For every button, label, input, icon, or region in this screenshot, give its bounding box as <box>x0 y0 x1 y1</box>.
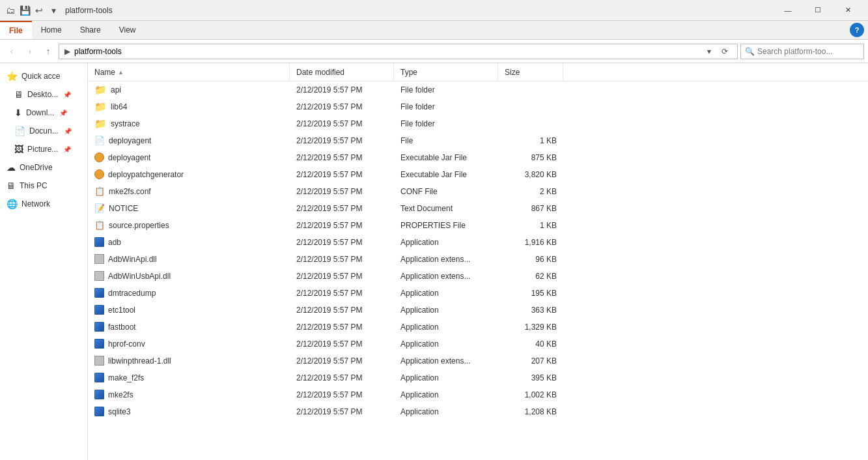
table-row[interactable]: 📄 deployagent 2/12/2019 5:57 PM File 1 K… <box>88 132 868 149</box>
search-input[interactable] <box>757 47 860 56</box>
app-icon <box>94 305 104 315</box>
file-name-cell: mke2fs <box>88 390 290 399</box>
file-name: etc1tool <box>108 306 135 315</box>
sidebar-item-desktop[interactable]: 🖥 Desktо... 📌 <box>0 85 87 104</box>
file-date-cell: 2/12/2019 5:57 PM <box>290 102 394 111</box>
table-row[interactable]: hprof-conv 2/12/2019 5:57 PM Application… <box>88 336 868 352</box>
file-name-cell: 📁 systrace <box>88 118 290 130</box>
window-controls: — ☐ ✕ <box>773 0 863 21</box>
table-row[interactable]: AdbWinApi.dll 2/12/2019 5:57 PM Applicat… <box>88 251 868 268</box>
file-name-cell: hprof-conv <box>88 339 290 349</box>
thispc-icon: 🖥 <box>7 180 16 191</box>
sidebar-item-quickaccess[interactable]: ⭐ Quick acce <box>0 67 87 85</box>
table-row[interactable]: adb 2/12/2019 5:57 PM Application 1,916 … <box>88 234 868 251</box>
file-name: adb <box>108 238 121 247</box>
table-row[interactable]: dmtracedump 2/12/2019 5:57 PM Applicatio… <box>88 285 868 302</box>
file-type-cell: Application <box>394 339 498 349</box>
file-size-cell: 875 KB <box>498 153 563 162</box>
txt-icon: 📝 <box>94 203 105 213</box>
file-name: AdbWinUsbApi.dll <box>108 272 171 281</box>
table-row[interactable]: 📁 api 2/12/2019 5:57 PM File folder <box>88 81 868 98</box>
col-header-name[interactable]: Name ▲ <box>88 63 290 81</box>
file-date-cell: 2/12/2019 5:57 PM <box>290 390 394 399</box>
file-name: AdbWinApi.dll <box>108 255 157 264</box>
sidebar-item-pictures[interactable]: 🖼 Picture... 📌 <box>0 140 87 158</box>
col-header-date[interactable]: Date modified <box>290 63 394 81</box>
onedrive-icon: ☁ <box>7 162 16 173</box>
table-row[interactable]: sqlite3 2/12/2019 5:57 PM Application 1,… <box>88 403 868 420</box>
sidebar-label-quickaccess: Quick acce <box>21 72 60 81</box>
file-type-cell: Application <box>394 323 498 332</box>
help-button[interactable]: ? <box>850 23 864 37</box>
table-row[interactable]: 📝 NOTICE 2/12/2019 5:57 PM Text Document… <box>88 200 868 217</box>
refresh-button[interactable]: ⟳ <box>718 44 732 59</box>
sidebar-item-network[interactable]: 🌐 Network <box>0 195 87 213</box>
file-size-cell: 2 KB <box>498 187 563 196</box>
sidebar-item-onedrive[interactable]: ☁ OneDrive <box>0 158 87 177</box>
table-row[interactable]: 📁 lib64 2/12/2019 5:57 PM File folder <box>88 98 868 115</box>
table-row[interactable]: mke2fs 2/12/2019 5:57 PM Application 1,0… <box>88 386 868 403</box>
file-name-cell: make_f2fs <box>88 373 290 382</box>
tab-view[interactable]: View <box>110 21 145 39</box>
sidebar-label-pictures: Picture... <box>27 145 58 154</box>
address-dropdown-button[interactable]: ▾ <box>702 44 716 59</box>
tab-home[interactable]: Home <box>32 21 71 39</box>
table-row[interactable]: fastboot 2/12/2019 5:57 PM Application 1… <box>88 319 868 336</box>
app-icon: 🗂 <box>5 5 16 16</box>
file-icon: 📄 <box>94 136 105 145</box>
back-button[interactable]: ‹ <box>4 44 20 59</box>
downloads-icon: ⬇ <box>14 108 22 118</box>
dll-icon <box>94 254 104 264</box>
table-row[interactable]: deployagent 2/12/2019 5:57 PM Executable… <box>88 149 868 166</box>
file-name: mke2fs.conf <box>109 187 151 196</box>
file-date-cell: 2/12/2019 5:57 PM <box>290 170 394 179</box>
minimize-button[interactable]: — <box>773 0 803 21</box>
table-row[interactable]: make_f2fs 2/12/2019 5:57 PM Application … <box>88 369 868 386</box>
dropdown-icon[interactable]: ▾ <box>48 5 59 16</box>
sidebar-label-desktop: Desktо... <box>27 90 58 99</box>
file-name: lib64 <box>111 102 127 111</box>
documents-pin-icon: 📌 <box>64 128 72 135</box>
table-row[interactable]: deploypatchgenerator 2/12/2019 5:57 PM E… <box>88 166 868 183</box>
address-bar[interactable]: ▶ platform-tools ▾ ⟳ <box>59 44 738 59</box>
file-name-cell: fastboot <box>88 322 290 332</box>
forward-button[interactable]: › <box>22 44 38 59</box>
table-row[interactable]: AdbWinUsbApi.dll 2/12/2019 5:57 PM Appli… <box>88 268 868 285</box>
tab-file[interactable]: File <box>0 21 32 39</box>
file-name-cell: deployagent <box>88 152 290 162</box>
table-row[interactable]: 📋 source.properties 2/12/2019 5:57 PM PR… <box>88 217 868 234</box>
close-button[interactable]: ✕ <box>833 0 863 21</box>
address-current: platform-tools <box>74 47 122 56</box>
table-row[interactable]: 📋 mke2fs.conf 2/12/2019 5:57 PM CONF Fil… <box>88 183 868 200</box>
file-name-cell: AdbWinUsbApi.dll <box>88 271 290 281</box>
file-type-cell: Text Document <box>394 204 498 213</box>
file-name: mke2fs <box>108 390 133 399</box>
table-row[interactable]: libwinpthread-1.dll 2/12/2019 5:57 PM Ap… <box>88 352 868 369</box>
file-type-cell: Application extens... <box>394 272 498 281</box>
maximize-button[interactable]: ☐ <box>803 0 833 21</box>
sidebar-label-documents: Docun... <box>29 126 59 136</box>
col-header-size[interactable]: Size <box>498 63 563 81</box>
col-size-label: Size <box>505 68 520 77</box>
search-box: 🔍 <box>740 44 864 59</box>
save-icon[interactable]: 💾 <box>20 5 30 16</box>
pictures-pin-icon: 📌 <box>63 146 71 153</box>
file-type-cell: File folder <box>394 119 498 128</box>
col-header-type[interactable]: Type <box>394 63 498 81</box>
sidebar-item-downloads[interactable]: ⬇ Downl... 📌 <box>0 104 87 122</box>
app-icon <box>94 322 104 332</box>
search-icon: 🔍 <box>745 47 755 56</box>
up-button[interactable]: ↑ <box>40 44 56 59</box>
titlebar: 🗂 💾 ↩ ▾ platform-tools — ☐ ✕ <box>0 0 868 21</box>
undo-icon[interactable]: ↩ <box>34 5 44 16</box>
file-date-cell: 2/12/2019 5:57 PM <box>290 289 394 298</box>
table-row[interactable]: etc1tool 2/12/2019 5:57 PM Application 3… <box>88 302 868 319</box>
tab-share[interactable]: Share <box>71 21 110 39</box>
file-name: deployagent <box>109 136 151 145</box>
sidebar-item-documents[interactable]: 📄 Docun... 📌 <box>0 122 87 140</box>
file-name-cell: libwinpthread-1.dll <box>88 356 290 366</box>
sidebar-label-downloads: Downl... <box>26 108 54 117</box>
file-type-cell: Application <box>394 390 498 399</box>
table-row[interactable]: 📁 systrace 2/12/2019 5:57 PM File folder <box>88 115 868 132</box>
sidebar-item-thispc[interactable]: 🖥 This PC <box>0 177 87 195</box>
